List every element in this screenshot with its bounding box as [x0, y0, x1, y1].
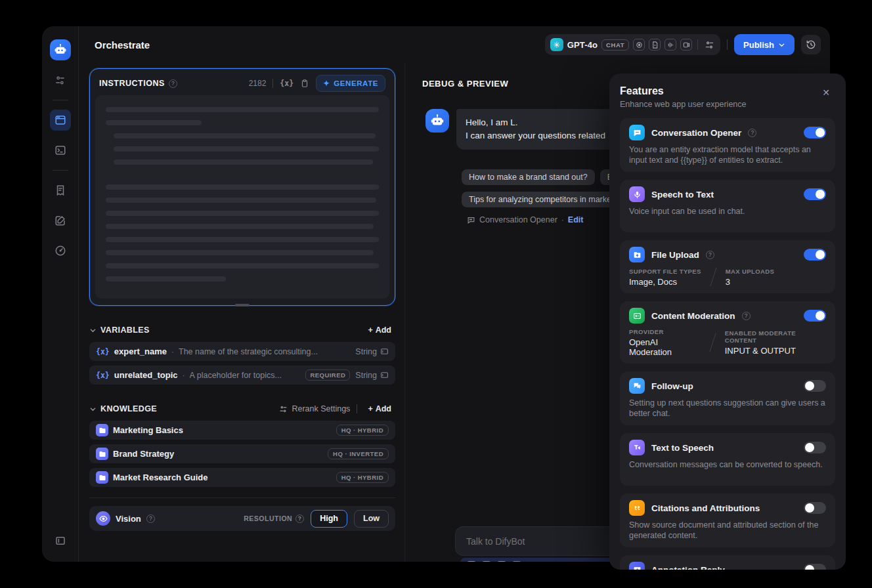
annotation-reply-icon [629, 562, 645, 570]
sidebar-item-monitoring[interactable] [50, 240, 71, 261]
variable-row[interactable]: {x} unrelated_topic · A placeholder for … [89, 366, 395, 385]
version-history-button[interactable] [801, 35, 821, 54]
vision-capability-icon [633, 39, 645, 51]
redacted-text-line [106, 276, 226, 282]
feature-card-citations: Citations and Attributions Show source d… [620, 494, 835, 547]
close-icon[interactable]: ✕ [818, 87, 834, 98]
input-type-icon [380, 371, 389, 379]
add-label: Add [376, 326, 391, 335]
redacted-text-line [106, 120, 202, 125]
content-moderation-mini-icon [481, 561, 492, 562]
model-name: GPT-4o [567, 40, 598, 50]
generate-button[interactable]: ✦ GENERATE [316, 75, 385, 92]
variable-icon: {x} [96, 347, 110, 356]
help-icon[interactable]: ? [146, 514, 155, 523]
video-capability-icon [680, 39, 692, 51]
header-divider [727, 39, 728, 50]
feature-toggle[interactable] [804, 127, 826, 138]
feature-toggle[interactable] [804, 249, 826, 261]
resize-handle[interactable] [235, 304, 250, 306]
redacted-text-line [114, 159, 373, 165]
feature-toggle[interactable] [804, 442, 826, 453]
plus-icon: + [368, 404, 372, 413]
help-icon[interactable]: ? [706, 251, 714, 259]
feature-toggle[interactable] [804, 502, 826, 514]
feature-stat: MAX UPLOADS 3 [726, 268, 774, 287]
instructions-panel: INSTRUCTIONS ? 2182 {x} ✦ GENERATE [89, 68, 395, 306]
orchestrate-panel: INSTRUCTIONS ? 2182 {x} ✦ GENERATE [79, 63, 404, 562]
features-panel-subtitle: Enhance web app user experience [620, 100, 835, 109]
instructions-editor[interactable] [95, 95, 389, 299]
feature-desc: Voice input can be used in chat. [629, 206, 826, 217]
variable-name: unrelated_topic [114, 370, 178, 380]
knowledge-row[interactable]: Marketing Basics HQ · HYBRID [89, 421, 395, 440]
knowledge-title: KNOWLEDGE [100, 404, 157, 413]
sparkle-icon: ✦ [323, 79, 330, 88]
sidebar-item-api[interactable] [50, 140, 71, 161]
sidebar-item-logs[interactable] [50, 180, 71, 201]
help-icon[interactable]: ? [295, 514, 304, 523]
feature-toggle[interactable] [804, 564, 826, 570]
suggestion-chip[interactable]: Tips for analyzing competitors in market [462, 192, 621, 207]
feature-title: Follow-up [651, 381, 693, 391]
chat-bubble-icon [467, 216, 475, 224]
resolution-low-button[interactable]: Low [354, 510, 389, 528]
knowledge-name: Market Research Guide [113, 472, 208, 482]
model-params-icon[interactable] [703, 39, 715, 51]
help-icon[interactable]: ? [742, 312, 751, 320]
model-settings-icon[interactable] [50, 70, 71, 91]
help-icon[interactable]: ? [748, 129, 756, 137]
feature-card-follow-up: Follow-up Setting up next questions sugg… [620, 371, 835, 425]
sidebar-item-orchestrate[interactable] [50, 110, 71, 131]
robot-icon [54, 43, 67, 56]
conversation-opener-row: Conversation Opener · Edit [467, 215, 583, 224]
publish-button[interactable]: Publish [734, 34, 795, 55]
redacted-text-line [114, 133, 376, 138]
robot-icon [430, 114, 445, 128]
terminal-icon [54, 144, 66, 156]
variable-icon: {x} [96, 371, 110, 380]
rerank-settings-icon [279, 405, 288, 413]
feature-title: Citations and Attributions [651, 503, 760, 513]
variable-type: String [355, 371, 389, 380]
sidebar-item-annotations[interactable] [50, 210, 71, 231]
insert-variable-icon[interactable]: {x} [280, 79, 294, 88]
variables-header: VARIABLES + Add [89, 323, 395, 337]
feature-toggle[interactable] [804, 380, 826, 392]
header: Orchestrate ✳ GPT-4o CHAT Publish [79, 26, 830, 63]
text-to-speech-icon [629, 440, 645, 455]
variable-row[interactable]: {x} expert_name · The name of the strate… [89, 342, 395, 361]
copy-icon[interactable] [300, 79, 309, 88]
variable-name: expert_name [114, 346, 167, 356]
feature-toggle[interactable] [804, 310, 826, 322]
add-knowledge-button[interactable]: + Add [364, 404, 395, 414]
rerank-settings-button[interactable]: Rerank Settings [279, 404, 350, 413]
opener-label: Conversation Opener [479, 215, 557, 224]
chevron-down-icon[interactable] [89, 406, 97, 413]
stat-divider [709, 333, 716, 352]
app-logo[interactable] [50, 39, 71, 60]
redacted-text-line [106, 211, 379, 216]
resolution-high-button[interactable]: High [311, 510, 347, 528]
redacted-text-line [106, 107, 379, 112]
knowledge-row[interactable]: Brand Strategy HQ · INVERTED [89, 444, 395, 463]
features-panel-title: Features [620, 85, 835, 97]
edit-icon [54, 215, 66, 226]
redacted-text-line [106, 250, 374, 255]
feature-toggle[interactable] [804, 188, 826, 200]
collapse-sidebar-icon[interactable] [50, 530, 71, 551]
add-variable-button[interactable]: + Add [364, 325, 395, 335]
model-selector[interactable]: ✳ GPT-4o CHAT [545, 34, 720, 55]
feature-desc: You are an entity extraction model that … [629, 144, 826, 165]
variable-desc: The name of the strategic consulting... [179, 347, 318, 356]
variable-desc: A placeholder for topics... [190, 371, 282, 380]
suggestion-chip[interactable]: How to make a brand stand out? [462, 169, 595, 185]
debug-preview-title: DEBUG & PREVIEW [422, 79, 508, 89]
feature-card-file-upload: File Upload ? SUPPORT FILE TYPES Image, … [620, 240, 835, 293]
chevron-down-icon [778, 41, 785, 49]
knowledge-row[interactable]: Market Research Guide HQ · HYBRID [89, 468, 395, 487]
edit-opener-link[interactable]: Edit [568, 215, 584, 224]
help-icon[interactable]: ? [169, 79, 177, 88]
chevron-down-icon[interactable] [89, 327, 97, 334]
feature-desc: Show source document and attributed sect… [629, 520, 826, 541]
